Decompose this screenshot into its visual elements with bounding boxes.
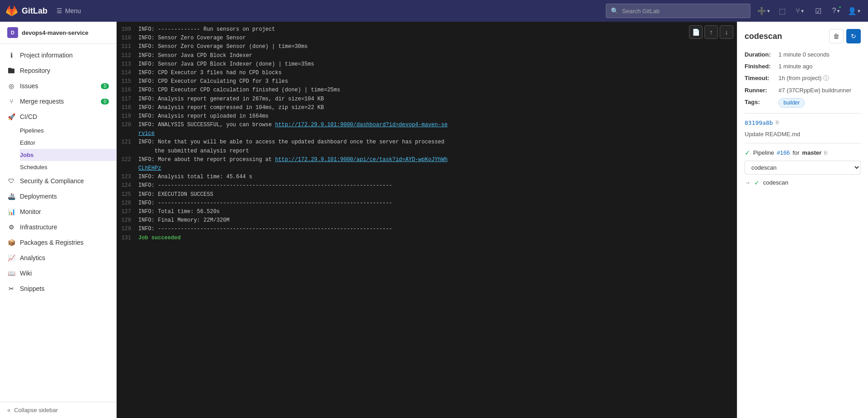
sidebar-item-monitor[interactable]: 📊 Monitor: [0, 204, 116, 219]
timeout-help-icon[interactable]: ⓘ: [823, 74, 829, 82]
search-bar[interactable]: 🔍 Search GitLab: [606, 4, 750, 18]
sidebar-item-label: CI/CD: [20, 113, 37, 120]
log-line: 115 INFO: CPD Executor Calculating CPD f…: [117, 77, 731, 86]
raw-log-button[interactable]: 📄: [689, 25, 703, 39]
design-tool-icon[interactable]: ⬚: [774, 3, 790, 19]
sidebar-item-packages-registries[interactable]: 📦 Packages & Registries: [0, 235, 116, 250]
top-navigation: GitLab ☰ Menu 🔍 Search GitLab ➕ ▼ ⬚ ⑂ ▼ …: [0, 0, 868, 22]
sidebar-item-label: Project information: [20, 52, 73, 59]
log-line: 118 INFO: Analysis report compressed in …: [117, 104, 731, 112]
menu-button[interactable]: ☰ Menu: [53, 7, 85, 14]
analytics-icon: 📈: [7, 254, 15, 262]
runner-row: Runner: #7 (37CRppEw) buildrunner: [745, 86, 861, 95]
merge-requests-icon[interactable]: ⑂ ▼: [792, 3, 808, 19]
finished-label: Finished:: [745, 62, 778, 71]
pipeline-branch[interactable]: master: [802, 149, 821, 156]
log-line: 129 INFO: ------------------------------…: [117, 225, 731, 233]
duration-value: 1 minute 0 seconds: [778, 51, 830, 59]
commit-hash[interactable]: 83199a8b: [745, 119, 773, 127]
scroll-bottom-button[interactable]: ↓: [720, 25, 733, 39]
sidebar-item-deployments[interactable]: 🚢 Deployments: [0, 189, 116, 204]
help-icon[interactable]: ? ▼: [828, 3, 844, 19]
delete-job-button[interactable]: 🗑: [829, 29, 844, 43]
log-line: 126 INFO: ------------------------------…: [117, 199, 731, 208]
duration-label: Duration:: [745, 51, 778, 59]
sidebar-item-label: Infrastructure: [20, 223, 57, 231]
sidebar-item-snippets[interactable]: ✂ Snippets: [0, 281, 116, 296]
sidebar-item-merge-requests[interactable]: ⑂ Merge requests 0: [0, 94, 116, 109]
sidebar-item-infrastructure[interactable]: ⚙ Infrastructure: [0, 219, 116, 235]
right-panel: codescan 🗑 ↻ Duration: 1 minute 0 second…: [737, 22, 868, 418]
log-line: 121 INFO: Note that you will be able to …: [117, 138, 731, 155]
pipeline-job-select[interactable]: codescan: [745, 161, 861, 175]
job-log-container[interactable]: 📄 ↑ ↓ 109 INFO: ------------- Run sensor…: [117, 22, 737, 418]
rocket-icon: 🚀: [7, 113, 15, 121]
todos-icon[interactable]: ☑: [810, 3, 826, 19]
job-log: 109 INFO: ------------- Run sensors on p…: [117, 25, 737, 252]
panel-divider-2: [745, 143, 861, 143]
sidebar-item-security-compliance[interactable]: 🛡 Security & Compliance: [0, 173, 116, 189]
project-name: devops4-maven-service: [22, 29, 88, 36]
project-header[interactable]: D devops4-maven-service: [0, 22, 116, 44]
commit-message: Update README.md: [745, 131, 861, 138]
gitlab-logo[interactable]: GitLab: [5, 5, 47, 17]
search-icon: 🔍: [611, 7, 618, 14]
copy-commit-icon[interactable]: ⎘: [776, 119, 779, 127]
main-layout: D devops4-maven-service ℹ Project inform…: [0, 22, 868, 418]
pipeline-for-label: for: [793, 149, 799, 156]
merge-requests-badge: 0: [101, 99, 109, 104]
sidebar-item-project-information[interactable]: ℹ Project information: [0, 48, 116, 63]
sidebar-item-repository[interactable]: Repository: [0, 63, 116, 78]
sidebar-item-pipelines[interactable]: Pipelines: [20, 124, 116, 137]
chevron-left-icon: «: [7, 407, 10, 413]
sidebar-item-editor[interactable]: Editor: [20, 137, 116, 149]
runner-value: #7 (37CRppEw) buildrunner: [778, 86, 851, 95]
log-line: 127 INFO: Total time: 56.520s: [117, 208, 731, 216]
gitlab-svg-logo: [5, 5, 18, 17]
collapse-sidebar-button[interactable]: « Collapse sidebar: [0, 402, 116, 418]
panel-title: codescan: [745, 32, 782, 41]
timeout-label: Timeout:: [745, 74, 778, 82]
gitlab-wordmark: GitLab: [22, 6, 47, 16]
sidebar-item-label: Jobs: [20, 152, 33, 158]
sidebar-item-label: Analytics: [20, 254, 45, 261]
content-area: 📄 ↑ ↓ 109 INFO: ------------- Run sensor…: [117, 22, 868, 418]
panel-actions: 🗑 ↻: [829, 29, 861, 43]
sidebar-navigation: ℹ Project information Repository ◎ Issue…: [0, 44, 116, 402]
log-line: 113 INFO: Sensor Java CPD Block Indexer …: [117, 60, 731, 69]
panel-divider-1: [745, 113, 861, 114]
sidebar-item-label: Schedules: [20, 164, 47, 171]
refresh-job-button[interactable]: ↻: [846, 29, 861, 43]
pipeline-label: Pipeline: [753, 149, 774, 156]
report-link[interactable]: http://172.29.9.101:9000/api/ce/task?id=…: [138, 157, 448, 171]
runner-label: Runner:: [745, 86, 778, 95]
log-line: 117 INFO: Analysis report generated in 2…: [117, 95, 731, 104]
log-line: 112 INFO: Sensor Java CPD Block Indexer: [117, 52, 731, 60]
job-status-check-icon: ✓: [754, 179, 760, 186]
sidebar-item-wiki[interactable]: 📖 Wiki: [0, 266, 116, 281]
chart-icon: 📊: [7, 208, 15, 216]
sidebar-item-ci-cd[interactable]: 🚀 CI/CD: [0, 109, 116, 124]
issues-icon: ◎: [7, 82, 15, 90]
new-item-button[interactable]: ➕ ▼: [756, 3, 772, 19]
ci-cd-subnav: Pipelines Editor Jobs Schedules: [0, 124, 116, 173]
pipeline-number[interactable]: #166: [777, 149, 790, 156]
log-line: 128 INFO: Final Memory: 22M/320M: [117, 216, 731, 225]
info-icon: ℹ: [7, 51, 15, 59]
log-line: 120 INFO: ANALYSIS SUCCESSFUL, you can b…: [117, 121, 731, 138]
sidebar-item-analytics[interactable]: 📈 Analytics: [0, 250, 116, 266]
tag-badge: builder: [778, 98, 805, 108]
sidebar-item-jobs[interactable]: Jobs: [20, 149, 116, 161]
job-name-link[interactable]: codescan: [763, 179, 788, 186]
sidebar-item-issues[interactable]: ◎ Issues 0: [0, 78, 116, 94]
scroll-top-button[interactable]: ↑: [704, 25, 718, 39]
sidebar-item-label: Monitor: [20, 208, 41, 215]
sidebar-item-label: Snippets: [20, 285, 44, 292]
commit-section: 83199a8b ⎘ Update README.md: [745, 119, 861, 138]
analysis-link[interactable]: http://172.29.9.101:9000/dashboard?id=de…: [138, 122, 448, 137]
timeout-value: 1h (from project): [778, 74, 821, 82]
timeout-row: Timeout: 1h (from project) ⓘ: [745, 74, 861, 82]
sidebar-item-schedules[interactable]: Schedules: [20, 161, 116, 173]
profile-avatar[interactable]: 👤 ▼: [846, 3, 863, 19]
copy-pipeline-icon[interactable]: ⎘: [824, 150, 827, 156]
